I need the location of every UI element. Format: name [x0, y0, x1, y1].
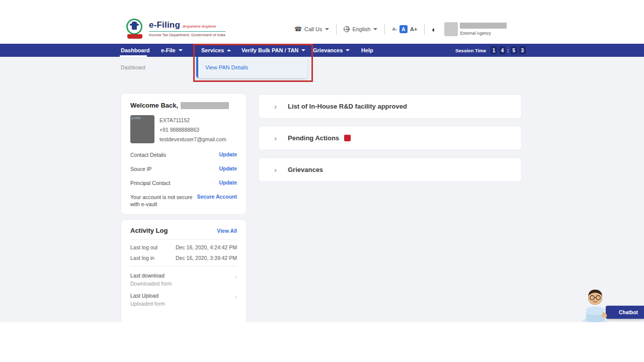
- chevron-down-icon: [325, 28, 329, 30]
- nav-help[interactable]: Help: [361, 44, 373, 57]
- last-logout-row: Last log out Dec 16, 2020, 4:24:42 PM: [130, 240, 237, 250]
- dark-mode-toggle-icon[interactable]: ◐: [432, 25, 436, 34]
- update-principal-contact-link[interactable]: Update: [219, 179, 237, 186]
- session-digit: 5: [511, 46, 517, 54]
- session-colon: :: [507, 47, 509, 53]
- last-download-item[interactable]: Last download Downloaded form ›: [130, 273, 237, 287]
- chevron-right-icon: ›: [235, 294, 237, 300]
- redacted-user-name: [460, 23, 507, 29]
- language-label: English: [352, 26, 370, 32]
- profile-card: Welcome Back, profile EXTA711152 +91 988…: [121, 93, 247, 215]
- divider: [130, 266, 237, 266]
- breadcrumb: Dashboard: [121, 65, 145, 70]
- user-account[interactable]: External Agency: [444, 22, 507, 36]
- divider: [384, 24, 385, 35]
- source-ip-label: Souce IP: [130, 165, 152, 172]
- activity-log-card: Activity Log View All Last log out Dec 1…: [121, 219, 247, 322]
- header-utilities: ☎ Call Us English A- A A+ ◐: [294, 22, 507, 36]
- nav-verify-bulk-pan-tan[interactable]: Verify Bulk PAN / TAN: [242, 44, 305, 57]
- update-contact-link[interactable]: Update: [219, 151, 237, 157]
- brand-tagline: Anywhere Anytime: [183, 24, 216, 29]
- last-upload-item[interactable]: Last Upload Uploaded form ›: [130, 293, 237, 307]
- call-us-label: Call Us: [304, 26, 322, 32]
- chevron-right-icon: ›: [235, 274, 237, 280]
- chevron-right-icon: ›: [274, 134, 277, 142]
- brand-subtitle: Income Tax Department, Government of Ind…: [149, 31, 225, 37]
- contact-details-label: Contact Details: [130, 151, 166, 158]
- language-menu[interactable]: English: [344, 26, 377, 32]
- principal-contact-label: Principal Contact: [130, 179, 170, 187]
- chevron-down-icon: [373, 28, 377, 30]
- user-email: testdevextuser7@gmail.com: [159, 135, 226, 144]
- profile-photo-placeholder: profile: [130, 115, 154, 143]
- phone-icon: ☎: [294, 26, 302, 33]
- nav-grievances[interactable]: Grievances: [313, 44, 350, 57]
- chatbot-button[interactable]: Chatbot: [606, 306, 644, 319]
- call-us-menu[interactable]: ☎ Call Us: [294, 26, 329, 33]
- font-increase-button[interactable]: A+: [410, 26, 417, 32]
- income-tax-emblem-icon: [125, 19, 144, 39]
- accordion-grievances[interactable]: › Grievances: [258, 157, 522, 182]
- chevron-right-icon: ›: [274, 102, 277, 111]
- accordion-pending-actions[interactable]: › Pending Actions: [258, 126, 522, 150]
- chevron-right-icon: ›: [274, 165, 277, 174]
- chevron-up-icon: [227, 49, 231, 51]
- activity-log-title: Activity Log: [130, 227, 168, 234]
- pending-actions-badge: [344, 135, 351, 141]
- secure-account-link[interactable]: Secure Account: [197, 194, 237, 200]
- chatbot-avatar-icon[interactable]: [580, 286, 611, 322]
- view-pan-details-item[interactable]: View PAN Details: [205, 64, 248, 70]
- divider: [424, 24, 425, 35]
- efiling-logo[interactable]: e-Filing Anywhere Anytime Income Tax Dep…: [125, 19, 225, 39]
- main-navbar: Dashboard e-File Services Verify Bulk PA…: [0, 44, 644, 57]
- avatar: [444, 22, 458, 36]
- session-digit: 4: [499, 46, 506, 54]
- accordion-rd-facility[interactable]: › List of In-House R&D facility approved: [258, 94, 522, 119]
- welcome-title: Welcome Back,: [130, 102, 178, 109]
- chevron-down-icon: [346, 49, 350, 51]
- chevron-down-icon: [301, 49, 305, 51]
- services-dropdown: View PAN Details: [196, 57, 307, 78]
- redacted-user-name: [181, 102, 229, 109]
- top-header: e-Filing Anywhere Anytime Income Tax Dep…: [0, 15, 644, 44]
- last-login-row: Last log in Dec 16, 2020, 3:39:42 PM: [130, 250, 237, 261]
- font-decrease-button[interactable]: A-: [392, 27, 397, 32]
- brand-title: e-Filing: [149, 20, 180, 30]
- font-normal-button[interactable]: A: [399, 25, 408, 33]
- chatbot-label: Chatbot: [619, 310, 638, 315]
- nav-services[interactable]: Services: [201, 44, 231, 57]
- page-body: Dashboard Welcome Back, profile EXTA7111…: [0, 57, 644, 322]
- font-size-controls: A- A A+: [392, 25, 417, 33]
- user-role: External Agency: [460, 31, 507, 36]
- user-pan: EXTA711152: [159, 116, 226, 125]
- update-source-ip-link[interactable]: Update: [219, 165, 237, 171]
- broken-image-icon: profile: [131, 116, 141, 120]
- view-all-link[interactable]: View All: [217, 228, 237, 234]
- nav-efile[interactable]: e-File: [161, 44, 183, 57]
- evault-status-label: Your account is not secure with e-vault: [130, 194, 196, 208]
- session-time-label: Session Time: [455, 48, 486, 53]
- globe-icon: [344, 26, 350, 32]
- page: e-Filing Anywhere Anytime Income Tax Dep…: [0, 0, 644, 362]
- session-digit: 3: [519, 46, 526, 54]
- user-phone: +91 9888888863: [159, 125, 226, 135]
- session-timer: Session Time 1 4 : 5 3: [455, 44, 527, 57]
- chevron-down-icon: [179, 49, 183, 51]
- divider: [336, 24, 337, 35]
- session-digit: 1: [491, 46, 497, 54]
